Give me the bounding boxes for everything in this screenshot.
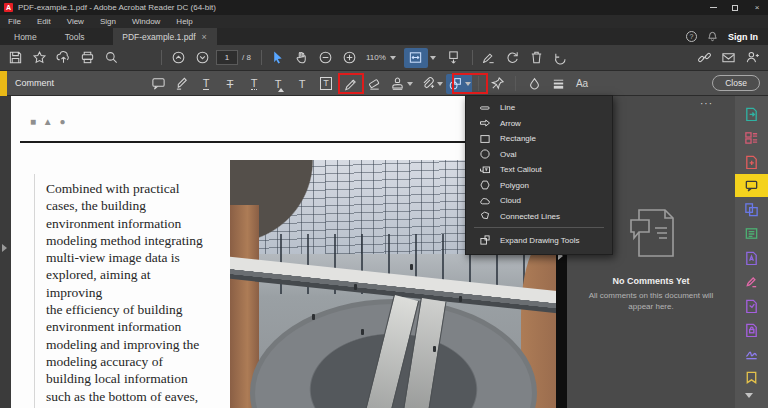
menu-item-arrow[interactable]: Arrow xyxy=(466,116,612,132)
document-text-line: environment information xyxy=(46,215,204,232)
print-button[interactable] xyxy=(75,48,99,68)
menu-item[interactable]: Edit xyxy=(29,17,59,26)
menu-item-polygon[interactable]: Polygon xyxy=(466,178,612,194)
add-text-comment-button[interactable]: T xyxy=(290,74,314,94)
sidebar-overflow-chevron-icon[interactable] xyxy=(745,393,753,398)
menu-item[interactable]: Sign xyxy=(92,17,124,26)
arrow-icon xyxy=(479,117,491,129)
expand-left-panel-icon[interactable] xyxy=(2,244,7,252)
erase-tool-button[interactable] xyxy=(362,74,386,94)
menu-item[interactable]: File xyxy=(0,17,29,26)
sidebar-tool-send-review[interactable] xyxy=(735,294,768,317)
tab-close-icon[interactable]: × xyxy=(202,32,207,42)
page-fit-view-button[interactable] xyxy=(404,48,428,68)
menu-item-cloud[interactable]: Cloud xyxy=(466,193,612,209)
document-text-line: modeling and improving the xyxy=(46,336,204,353)
sidebar-tool-certificates[interactable] xyxy=(735,342,768,365)
fill-color-button[interactable] xyxy=(522,74,546,94)
menu-item[interactable]: Window xyxy=(124,17,168,26)
menu-item[interactable]: Help xyxy=(168,17,200,26)
send-review-icon xyxy=(744,298,759,313)
tab-tools[interactable]: Tools xyxy=(51,28,99,45)
menu-item-expand-drawing-tools[interactable]: Expand Drawing Tools xyxy=(466,231,612,249)
zoom-in-button[interactable] xyxy=(338,48,362,68)
document-text-line: building local information xyxy=(46,370,204,387)
minimize-button[interactable] xyxy=(702,0,724,15)
save-button[interactable] xyxy=(3,48,27,68)
sidebar-tool-export-pdf[interactable] xyxy=(735,102,768,125)
sign-in-button[interactable]: Sign In xyxy=(728,32,758,42)
hand-tool-button[interactable] xyxy=(290,48,314,68)
delete-page-button[interactable] xyxy=(525,48,549,68)
hand-icon xyxy=(294,50,309,65)
sidebar-tool-organize-pages[interactable] xyxy=(735,126,768,149)
sidebar-tool-more[interactable] xyxy=(735,366,768,389)
panel-options-button[interactable]: ··· xyxy=(700,98,713,109)
zoom-dropdown-caret-icon[interactable] xyxy=(390,56,396,60)
scrolling-mode-button[interactable] xyxy=(442,48,466,68)
tab-home[interactable]: Home xyxy=(0,28,51,45)
panel-divider[interactable] xyxy=(556,250,567,408)
zoom-out-button[interactable] xyxy=(314,48,338,68)
send-email-button[interactable] xyxy=(716,48,740,68)
page-number-input[interactable] xyxy=(216,50,238,65)
strikethrough-text-button[interactable]: T xyxy=(218,74,242,94)
menu-item-line[interactable]: Line xyxy=(466,100,612,116)
add-text-box-button[interactable]: T xyxy=(314,74,338,94)
select-tool-button[interactable] xyxy=(266,48,290,68)
sticky-note-button[interactable] xyxy=(146,74,170,94)
star-icon xyxy=(32,50,47,65)
text-insert-icon: T xyxy=(275,78,282,90)
get-link-button[interactable] xyxy=(692,48,716,68)
share-with-others-button[interactable] xyxy=(740,48,764,68)
zoom-level-value[interactable]: 110% xyxy=(366,53,386,62)
close-comment-button[interactable]: Close xyxy=(712,75,760,91)
stamp-tool-button[interactable] xyxy=(386,74,416,94)
sidebar-tool-create-pdf[interactable] xyxy=(735,150,768,173)
tab-document[interactable]: PDF-example.1.pdf × xyxy=(113,28,217,45)
line-thickness-button[interactable] xyxy=(546,74,570,94)
document-text-line: environment information xyxy=(46,318,204,335)
sidebar-tool-combine-files[interactable] xyxy=(735,198,768,221)
keep-tool-selected-button[interactable] xyxy=(485,74,509,94)
menu-item-oval[interactable]: Oval xyxy=(466,147,612,163)
sidebar-tool-fill-sign[interactable] xyxy=(735,270,768,293)
view-dropdown-caret-icon[interactable] xyxy=(430,56,436,60)
menu-item-connected-lines[interactable]: Connected Lines xyxy=(466,209,612,225)
help-icon[interactable]: ? xyxy=(686,31,697,42)
comment-toolbar: Comment T T T T T T Aa Close xyxy=(0,71,768,96)
rotate-page-button[interactable] xyxy=(501,48,525,68)
note-to-text-button[interactable]: T xyxy=(242,74,266,94)
menu-item-text-callout[interactable]: Text Callout xyxy=(466,162,612,178)
menu-item-rectangle[interactable]: Rectangle xyxy=(466,131,612,147)
find-button[interactable] xyxy=(99,48,123,68)
left-panel-rail xyxy=(0,96,11,408)
underline-text-button[interactable]: T xyxy=(194,74,218,94)
sidebar-tool-comment[interactable] xyxy=(735,174,768,197)
close-window-button[interactable]: × xyxy=(746,0,768,15)
refresh-button[interactable] xyxy=(549,48,573,68)
line-weight-icon xyxy=(551,76,566,91)
sign-tool-button[interactable] xyxy=(477,48,501,68)
insert-text-button[interactable]: T xyxy=(266,74,290,94)
text-properties-button[interactable]: Aa xyxy=(570,74,594,94)
fill-sign-icon xyxy=(744,274,759,289)
restore-button[interactable] xyxy=(724,0,746,15)
tools-sidebar xyxy=(735,96,768,408)
tab-bar: Home Tools PDF-example.1.pdf × ? Sign In xyxy=(0,28,768,45)
polygon-icon xyxy=(479,179,491,191)
attach-file-button[interactable] xyxy=(416,74,446,94)
menu-item[interactable]: View xyxy=(59,17,92,26)
sidebar-tool-edit-pdf[interactable] xyxy=(735,222,768,245)
highlight-text-button[interactable] xyxy=(170,74,194,94)
next-page-button[interactable] xyxy=(190,48,214,68)
bell-icon[interactable] xyxy=(707,31,718,42)
photo-person xyxy=(354,284,357,290)
share-button[interactable] xyxy=(51,48,75,68)
favorite-button[interactable] xyxy=(27,48,51,68)
convert-pdf-icon xyxy=(744,250,759,265)
eraser-icon xyxy=(367,76,382,91)
previous-page-button[interactable] xyxy=(166,48,190,68)
sidebar-tool-protect-pdf[interactable] xyxy=(735,318,768,341)
sidebar-tool-convert-pdf[interactable] xyxy=(735,246,768,269)
